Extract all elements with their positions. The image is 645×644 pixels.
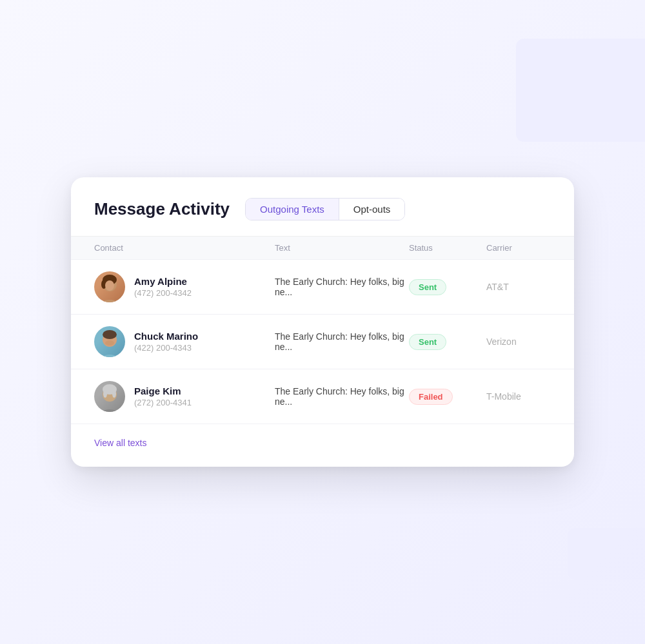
contact-info-chuck: Chuck Marino (422) 200-4343: [134, 331, 198, 353]
card-title: Message Activity: [94, 199, 230, 219]
view-all-texts-link[interactable]: View all texts: [94, 438, 146, 448]
carrier-cell-0: AT&T: [486, 282, 551, 292]
contact-name-amy: Amy Alpine: [134, 276, 192, 287]
svg-point-13: [112, 390, 116, 398]
message-activity-card: Message Activity Outgoing Texts Opt-outs…: [71, 177, 574, 467]
svg-point-4: [105, 280, 114, 291]
svg-point-9: [98, 409, 121, 412]
avatar-image-amy: [94, 271, 125, 302]
contact-cell-paige: Paige Kim (272) 200-4341: [94, 381, 275, 412]
tab-optouts[interactable]: Opt-outs: [339, 199, 405, 220]
text-cell-2: The Early Church: Hey folks, big ne...: [275, 386, 409, 407]
card-header: Message Activity Outgoing Texts Opt-outs: [71, 177, 574, 236]
column-carrier: Carrier: [486, 243, 551, 253]
avatar-image-chuck: [94, 326, 125, 357]
text-cell-1: The Early Church: Hey folks, big ne...: [275, 331, 409, 352]
contact-cell-amy: Amy Alpine (472) 200-4342: [94, 271, 275, 302]
avatar-chuck: [94, 326, 125, 357]
contact-name-paige: Paige Kim: [134, 385, 192, 396]
svg-point-12: [103, 390, 107, 398]
status-badge-sent-1: Sent: [409, 334, 446, 350]
bg-decoration-top: [516, 39, 645, 142]
carrier-cell-1: Verizon: [486, 337, 551, 347]
avatar-paige: [94, 381, 125, 412]
contact-phone-paige: (272) 200-4341: [134, 398, 192, 407]
table-header: Contact Text Status Carrier: [71, 236, 574, 259]
carrier-cell-2: T-Mobile: [486, 391, 551, 402]
column-text: Text: [275, 243, 409, 253]
svg-point-7: [103, 330, 117, 339]
column-status: Status: [409, 243, 486, 253]
table-row: Chuck Marino (422) 200-4343 The Early Ch…: [71, 314, 574, 369]
contact-cell-chuck: Chuck Marino (422) 200-4343: [94, 326, 275, 357]
status-badge-failed-2: Failed: [409, 389, 453, 405]
contact-phone-amy: (472) 200-4342: [134, 288, 192, 298]
avatar-amy: [94, 271, 125, 302]
tab-outgoing-texts[interactable]: Outgoing Texts: [246, 199, 339, 220]
tabs-container: Outgoing Texts Opt-outs: [245, 198, 405, 220]
column-contact: Contact: [94, 243, 275, 253]
svg-point-8: [105, 340, 114, 346]
status-badge-sent-0: Sent: [409, 279, 446, 295]
table-row: Paige Kim (272) 200-4341 The Early Churc…: [71, 369, 574, 424]
contact-info-amy: Amy Alpine (472) 200-4342: [134, 276, 192, 298]
card-footer: View all texts: [71, 424, 574, 467]
text-cell-0: The Early Church: Hey folks, big ne...: [275, 277, 409, 297]
contact-phone-chuck: (422) 200-4343: [134, 343, 198, 353]
svg-point-5: [98, 355, 121, 357]
avatar-image-paige: [94, 381, 125, 412]
table-row: Amy Alpine (472) 200-4342 The Early Chur…: [71, 259, 574, 314]
status-cell-0: Sent: [409, 279, 486, 295]
svg-point-0: [98, 300, 121, 302]
status-cell-2: Failed: [409, 389, 486, 405]
bg-decoration-bottom: [568, 528, 645, 580]
status-cell-1: Sent: [409, 334, 486, 350]
contact-info-paige: Paige Kim (272) 200-4341: [134, 385, 192, 407]
contact-name-chuck: Chuck Marino: [134, 331, 198, 342]
